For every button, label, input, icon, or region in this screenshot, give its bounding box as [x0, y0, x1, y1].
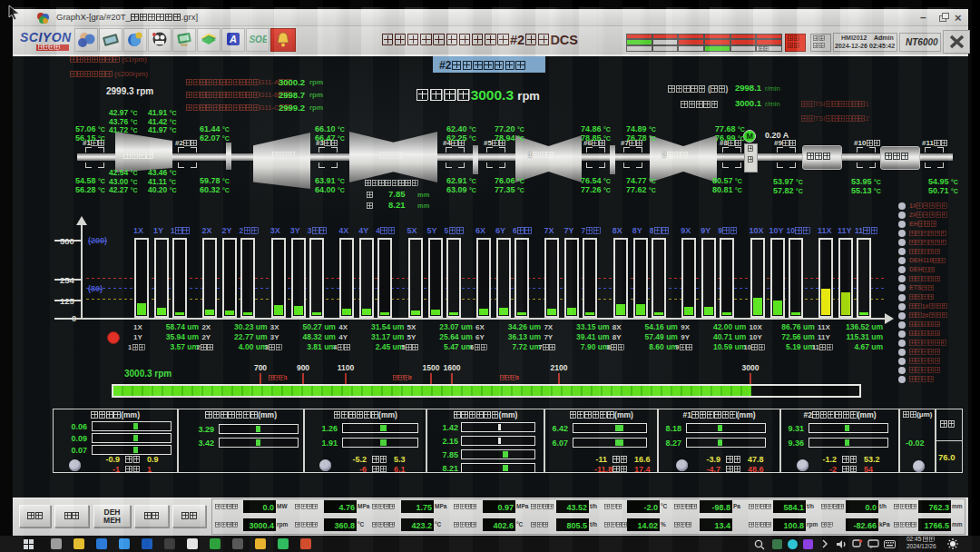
svg-text:A: A	[229, 34, 237, 44]
svg-text:SOE: SOE	[249, 34, 267, 44]
